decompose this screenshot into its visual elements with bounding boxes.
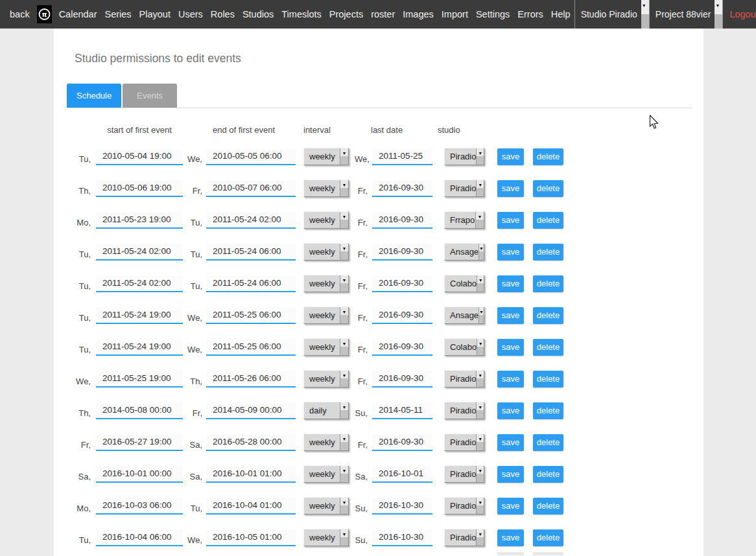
studio-select[interactable]: Colabo ▼ <box>444 338 484 356</box>
tab-schedule[interactable]: Schedule <box>67 84 121 108</box>
nav-item-studios[interactable]: Studios <box>242 9 274 19</box>
end-input[interactable] <box>206 244 296 261</box>
save-button[interactable]: save <box>497 275 524 292</box>
last-date-input[interactable] <box>372 498 432 515</box>
last-date-input[interactable] <box>372 466 432 483</box>
last-date-input[interactable] <box>372 180 432 197</box>
nav-item-help[interactable]: Help <box>551 9 571 19</box>
interval-select[interactable]: weekly ▼ <box>303 338 349 356</box>
last-date-input[interactable] <box>372 212 432 229</box>
delete-button[interactable]: delete <box>533 339 563 356</box>
last-date-input[interactable] <box>372 402 432 419</box>
nav-item-settings[interactable]: Settings <box>476 9 510 19</box>
studio-select[interactable]: Piradio ▼ <box>444 148 484 165</box>
end-input[interactable] <box>206 180 296 197</box>
logout-link[interactable]: Logout <box>729 9 756 19</box>
delete-button[interactable]: delete <box>533 466 563 483</box>
save-button[interactable]: save <box>497 244 524 261</box>
nav-item-images[interactable]: Images <box>403 9 434 19</box>
studio-select[interactable]: Piradio ▼ <box>444 370 484 388</box>
studio-select[interactable]: Colabo ▼ <box>444 275 484 292</box>
start-input[interactable] <box>96 244 183 261</box>
save-button[interactable]: save <box>497 529 524 546</box>
interval-select[interactable]: weekly ▼ <box>303 148 349 165</box>
delete-button[interactable]: delete <box>533 434 563 451</box>
interval-select[interactable]: weekly ▼ <box>303 370 349 388</box>
end-input[interactable] <box>206 402 296 419</box>
delete-button[interactable]: delete <box>533 275 563 292</box>
interval-select[interactable]: weekly ▼ <box>303 180 349 197</box>
last-date-input[interactable] <box>372 339 432 356</box>
last-date-input[interactable] <box>372 529 432 546</box>
nav-item-projects[interactable]: Projects <box>329 9 363 19</box>
project-switch-select[interactable]: Project 88vier ▼ <box>650 0 724 29</box>
nav-item-import[interactable]: Import <box>442 9 468 19</box>
back-link[interactable]: back <box>10 9 30 19</box>
delete-button[interactable]: delete <box>533 180 563 197</box>
interval-select[interactable]: weekly ▼ <box>303 211 349 229</box>
studio-select[interactable]: Piradio ▼ <box>444 434 484 451</box>
save-button[interactable]: save <box>497 148 524 165</box>
nav-item-roles[interactable]: Roles <box>211 9 235 19</box>
start-input[interactable] <box>96 180 183 197</box>
start-input[interactable] <box>96 148 183 165</box>
studio-select[interactable]: Piradio ▼ <box>444 180 484 197</box>
end-input[interactable] <box>206 466 296 483</box>
nav-item-users[interactable]: Users <box>178 9 203 19</box>
end-input[interactable] <box>206 339 296 356</box>
nav-item-roster[interactable]: roster <box>371 9 395 19</box>
delete-button[interactable]: delete <box>533 529 563 546</box>
nav-item-series[interactable]: Series <box>104 9 131 19</box>
start-input[interactable] <box>96 529 183 546</box>
end-input[interactable] <box>206 529 296 546</box>
studio-select[interactable]: Piradio ▼ <box>444 465 484 483</box>
delete-button[interactable]: delete <box>533 498 563 515</box>
interval-select[interactable]: weekly ▼ <box>303 465 349 483</box>
save-button[interactable]: save <box>497 212 524 229</box>
end-input[interactable] <box>206 498 296 515</box>
start-input[interactable] <box>96 339 183 356</box>
start-input[interactable] <box>96 466 183 483</box>
last-date-input[interactable] <box>372 275 432 292</box>
delete-button[interactable]: delete <box>533 148 563 165</box>
last-date-input[interactable] <box>372 434 432 451</box>
save-button[interactable]: save <box>497 307 524 324</box>
interval-select[interactable]: weekly ▼ <box>303 307 349 324</box>
studio-select[interactable]: Piradio ▼ <box>444 529 484 546</box>
last-date-input[interactable] <box>372 148 432 165</box>
end-input[interactable] <box>206 307 296 324</box>
delete-button[interactable]: delete <box>533 244 563 261</box>
interval-select[interactable]: weekly ▼ <box>303 497 349 515</box>
delete-button[interactable]: delete <box>533 307 563 324</box>
nav-item-calendar[interactable]: Calendar <box>59 9 97 19</box>
last-date-input[interactable] <box>372 371 432 388</box>
save-button[interactable]: save <box>497 498 524 515</box>
start-input[interactable] <box>96 498 183 515</box>
delete-button[interactable]: delete <box>533 402 563 419</box>
end-input[interactable] <box>206 212 296 229</box>
start-input[interactable] <box>96 434 183 451</box>
interval-select[interactable]: daily ▼ <box>303 402 349 419</box>
save-button[interactable]: save <box>497 402 524 419</box>
nav-item-playout[interactable]: Playout <box>139 9 171 19</box>
save-button[interactable]: save <box>497 180 524 197</box>
interval-select[interactable]: weekly ▼ <box>303 529 349 546</box>
interval-select[interactable]: weekly ▼ <box>303 434 349 451</box>
save-button[interactable]: save <box>497 434 524 451</box>
studio-select[interactable]: Ansage ▼ <box>444 307 484 324</box>
nav-item-timeslots[interactable]: Timeslots <box>281 9 322 19</box>
start-input[interactable] <box>96 307 183 324</box>
start-input[interactable] <box>96 275 183 292</box>
studio-select[interactable]: Frrapo ▼ <box>444 211 484 229</box>
save-button[interactable]: save <box>497 466 524 483</box>
studio-select[interactable]: Piradio ▼ <box>444 497 484 515</box>
interval-select[interactable]: weekly ▼ <box>303 243 349 261</box>
start-input[interactable] <box>96 212 183 229</box>
studio-select[interactable]: Piradio ▼ <box>444 402 484 419</box>
delete-button[interactable]: delete <box>533 212 563 229</box>
save-button[interactable]: save <box>497 339 524 356</box>
nav-item-errors[interactable]: Errors <box>517 9 543 19</box>
delete-button[interactable]: delete <box>533 371 563 388</box>
interval-select[interactable]: weekly ▼ <box>303 275 349 292</box>
end-input[interactable] <box>206 275 296 292</box>
